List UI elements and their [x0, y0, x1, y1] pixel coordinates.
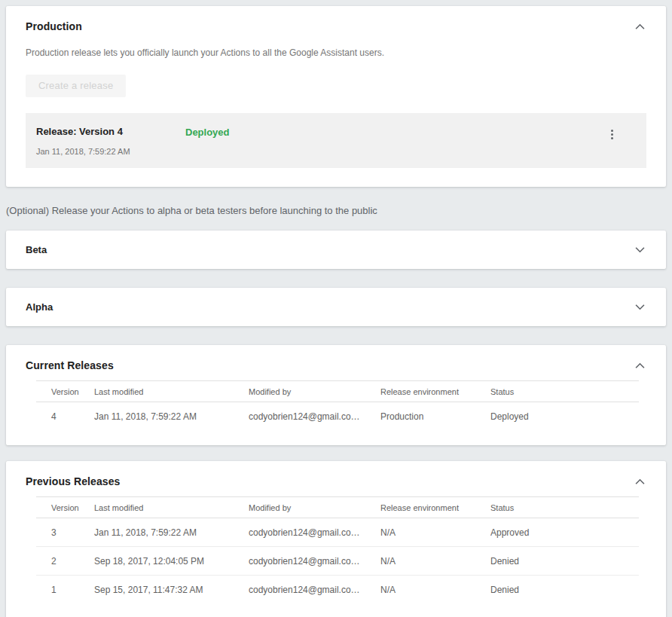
- release-more-options-button[interactable]: [608, 127, 616, 142]
- table-header-row: Version Last modified Modified by Releas…: [36, 496, 639, 518]
- release-status: Deployed: [185, 127, 230, 138]
- table-cell: Production: [380, 411, 490, 422]
- current-releases-table: Version Last modified Modified by Releas…: [36, 380, 639, 431]
- table-header-row: Version Last modified Modified by Releas…: [36, 380, 639, 402]
- column-header-last-modified: Last modified: [94, 503, 249, 512]
- production-collapse-button[interactable]: [634, 22, 646, 32]
- chevron-up-icon: [635, 362, 645, 369]
- beta-title: Beta: [26, 244, 47, 255]
- create-release-button[interactable]: Create a release: [26, 75, 126, 97]
- table-cell: Approved: [490, 527, 639, 538]
- previous-releases-card: Previous Releases Version Last modified …: [6, 461, 666, 617]
- table-cell: N/A: [380, 527, 490, 538]
- column-header-version: Version: [36, 503, 94, 512]
- table-body: 4Jan 11, 2018, 7:59:22 AMcodyobrien124@g…: [36, 402, 639, 431]
- current-releases-card: Current Releases Version Last modified M…: [6, 345, 666, 445]
- release-info: Release: Version 4 Jan 11, 2018, 7:59:22…: [36, 126, 185, 156]
- table-cell: 2: [36, 556, 94, 567]
- release-name: Release: Version 4: [36, 126, 185, 137]
- table-cell: Denied: [490, 556, 639, 567]
- previous-releases-header: Previous Releases: [26, 475, 646, 487]
- chevron-down-icon: [635, 304, 645, 310]
- production-title: Production: [26, 20, 82, 32]
- table-cell: Sep 15, 2017, 11:47:32 AM: [94, 585, 249, 595]
- table-cell: codyobrien124@gmail.co…: [249, 585, 380, 595]
- beta-expand-button[interactable]: [634, 245, 646, 255]
- alpha-expand-button[interactable]: [634, 302, 646, 312]
- table-body: 3Jan 11, 2018, 7:59:22 AMcodyobrien124@g…: [36, 518, 639, 604]
- table-cell: codyobrien124@gmail.co…: [249, 527, 380, 538]
- alpha-title: Alpha: [26, 301, 53, 313]
- chevron-up-icon: [635, 23, 645, 30]
- column-header-modified-by: Modified by: [249, 503, 380, 512]
- current-releases-title: Current Releases: [26, 359, 114, 371]
- table-cell: codyobrien124@gmail.co…: [249, 556, 380, 567]
- beta-card[interactable]: Beta: [6, 231, 666, 269]
- table-row: 2Sep 18, 2017, 12:04:05 PMcodyobrien124@…: [36, 547, 639, 576]
- column-header-release-environment: Release environment: [380, 387, 490, 396]
- production-description: Production release lets you officially l…: [26, 47, 646, 58]
- previous-releases-collapse-button[interactable]: [634, 477, 646, 487]
- column-header-release-environment: Release environment: [380, 503, 490, 512]
- previous-releases-title: Previous Releases: [26, 475, 120, 487]
- table-cell: Deployed: [490, 411, 639, 422]
- table-cell: 3: [36, 527, 94, 538]
- column-header-status: Status: [490, 503, 639, 512]
- table-cell: Denied: [490, 585, 639, 595]
- table-row: 1Sep 15, 2017, 11:47:32 AMcodyobrien124@…: [36, 576, 639, 604]
- column-header-modified-by: Modified by: [249, 387, 380, 396]
- previous-releases-table: Version Last modified Modified by Releas…: [36, 496, 639, 604]
- table-cell: Jan 11, 2018, 7:59:22 AM: [94, 527, 249, 538]
- table-cell: 4: [36, 411, 94, 422]
- table-cell: Jan 11, 2018, 7:59:22 AM: [94, 411, 249, 422]
- column-header-version: Version: [36, 387, 94, 396]
- current-releases-collapse-button[interactable]: [634, 361, 646, 371]
- table-cell: Sep 18, 2017, 12:04:05 PM: [94, 556, 249, 567]
- table-row: 3Jan 11, 2018, 7:59:22 AMcodyobrien124@g…: [36, 518, 639, 547]
- alpha-card[interactable]: Alpha: [6, 288, 666, 326]
- table-cell: N/A: [380, 585, 490, 595]
- production-card: Production Production release lets you o…: [6, 6, 666, 187]
- column-header-last-modified: Last modified: [94, 387, 249, 396]
- chevron-up-icon: [635, 478, 645, 485]
- table-cell: N/A: [380, 556, 490, 567]
- more-options-icon: [611, 130, 613, 139]
- table-cell: 1: [36, 585, 94, 595]
- table-row: 4Jan 11, 2018, 7:59:22 AMcodyobrien124@g…: [36, 402, 639, 431]
- current-releases-header: Current Releases: [26, 359, 646, 371]
- chevron-down-icon: [635, 246, 645, 253]
- production-card-header: Production: [26, 20, 646, 32]
- production-release-row: Release: Version 4 Jan 11, 2018, 7:59:22…: [26, 113, 646, 168]
- column-header-status: Status: [490, 387, 639, 396]
- release-page: Production Production release lets you o…: [0, 0, 672, 617]
- release-date: Jan 11, 2018, 7:59:22 AM: [36, 147, 185, 156]
- optional-note: (Optional) Release your Actions to alpha…: [6, 205, 666, 216]
- table-cell: codyobrien124@gmail.co…: [249, 411, 380, 422]
